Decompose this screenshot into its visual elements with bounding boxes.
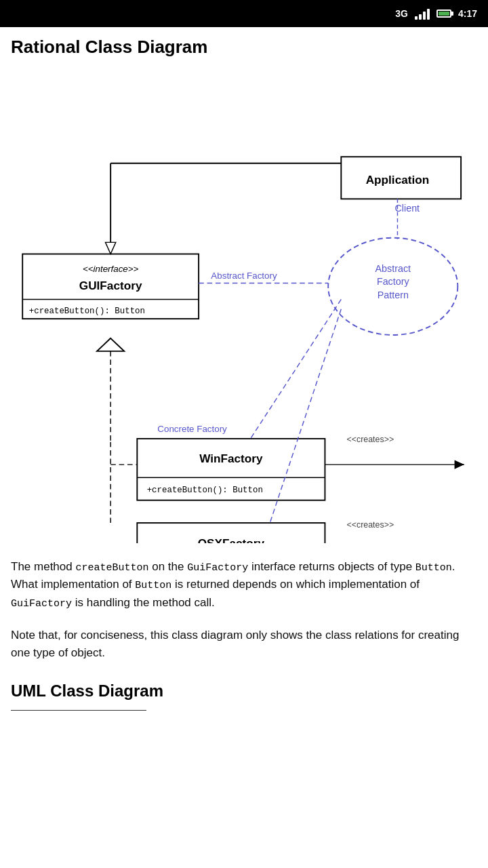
svg-text:<<interface>>: <<interface>> bbox=[83, 264, 139, 274]
signal-icon bbox=[415, 7, 430, 20]
svg-text:OSXFactory: OSXFactory bbox=[198, 536, 265, 543]
page-title: Rational Class Diagram bbox=[11, 37, 477, 58]
svg-text:Concrete Factory: Concrete Factory bbox=[157, 424, 227, 434]
code-Button2: Button bbox=[135, 580, 171, 591]
signal-label: 3G bbox=[395, 8, 408, 19]
code-GuiFactory2: GuiFactory bbox=[11, 598, 72, 610]
svg-text:+createButton(): Button: +createButton(): Button bbox=[29, 307, 145, 316]
battery-fill bbox=[439, 12, 449, 16]
status-bar: 3G 4:17 bbox=[0, 0, 488, 27]
svg-text:Abstract: Abstract bbox=[375, 263, 411, 274]
code-GuiFactory1: GuiFactory bbox=[187, 562, 248, 574]
section-title: UML Class Diagram bbox=[11, 682, 477, 701]
note-paragraph: Note that, for conciseness, this class d… bbox=[11, 627, 477, 663]
svg-line-35 bbox=[251, 299, 342, 438]
bottom-divider bbox=[11, 710, 146, 711]
svg-text:<<creates>>: <<creates>> bbox=[346, 435, 394, 444]
svg-text:Pattern: Pattern bbox=[378, 290, 409, 300]
svg-text:Client: Client bbox=[394, 203, 420, 214]
class-diagram-svg: Application Client Abstract Factory Patt… bbox=[11, 68, 477, 543]
svg-text:+createButton(): Button: +createButton(): Button bbox=[147, 486, 263, 495]
svg-marker-18 bbox=[97, 338, 124, 351]
svg-text:GUIFactory: GUIFactory bbox=[79, 279, 142, 292]
time-label: 4:17 bbox=[458, 8, 477, 19]
svg-text:Application: Application bbox=[366, 173, 430, 186]
diagram-container: Application Client Abstract Factory Patt… bbox=[11, 68, 477, 543]
battery-icon bbox=[436, 9, 451, 18]
svg-text:<<creates>>: <<creates>> bbox=[346, 520, 394, 530]
svg-marker-15 bbox=[106, 242, 116, 254]
code-createButton: createButton bbox=[75, 562, 148, 574]
page-content: Rational Class Diagram Application Clien… bbox=[0, 27, 488, 724]
svg-text:Abstract Factory: Abstract Factory bbox=[211, 271, 277, 281]
description-paragraph: The method createButton on the GuiFactor… bbox=[11, 558, 477, 612]
svg-text:Factory: Factory bbox=[377, 276, 410, 287]
code-Button1: Button bbox=[415, 562, 452, 574]
svg-text:WinFactory: WinFactory bbox=[199, 452, 263, 465]
svg-marker-27 bbox=[455, 460, 464, 469]
